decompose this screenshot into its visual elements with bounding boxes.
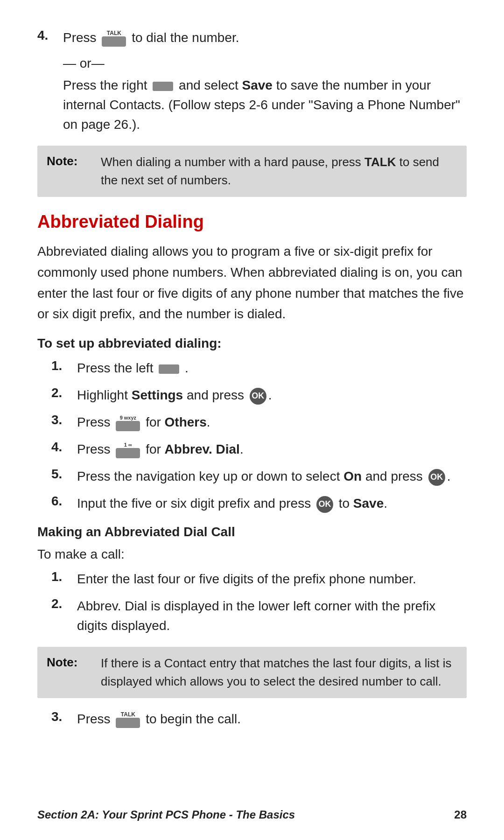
final-press: Press	[77, 712, 111, 726]
setup-step2-text: Highlight Settings and press OK.	[77, 385, 467, 405]
make-call-sub: To make a call:	[37, 547, 467, 562]
make-step1-text: Enter the last four or five digits of th…	[77, 569, 467, 589]
final-step3: 3. Press TALK to begin the call.	[51, 709, 467, 729]
or-line: — or—	[63, 56, 467, 71]
footer: Section 2A: Your Sprint PCS Phone - The …	[37, 808, 467, 821]
ok-button-1: OK	[250, 388, 266, 405]
settings-bold: Settings	[132, 388, 183, 402]
soft-button-left	[159, 364, 179, 374]
note1-text: When dialing a number with a hard pause,…	[101, 153, 457, 189]
step4-alt-and: and select	[179, 78, 242, 92]
setup-step3-text: Press 9 wxyz for Others.	[77, 413, 467, 432]
setup-step4: 4. Press 1 ∞ for Abbrev. Dial.	[51, 440, 467, 459]
step4-press: Press	[63, 30, 97, 45]
note1-label: Note:	[47, 154, 93, 168]
footer-page: 28	[454, 808, 467, 821]
step4-alt-text: Press the right and select Save to save …	[63, 76, 467, 134]
step4-alt-spacer	[37, 76, 63, 91]
soft-button-right	[153, 82, 173, 91]
setup-heading: To set up abbreviated dialing:	[37, 336, 467, 351]
ok-button-3: OK	[316, 496, 333, 513]
key-1-body	[116, 448, 140, 458]
page-content: 4. Press TALK to dial the number. — or— …	[0, 0, 504, 784]
footer-title: Section 2A: Your Sprint PCS Phone - The …	[37, 808, 295, 821]
talk-button-2: TALK	[116, 712, 140, 728]
note-box-1: Note: When dialing a number with a hard …	[37, 146, 467, 197]
setup-step4-text: Press 1 ∞ for Abbrev. Dial.	[77, 440, 467, 459]
setup-step3-num: 3.	[51, 413, 77, 427]
step4-alt-before: Press the right	[63, 78, 147, 92]
make-step2-num: 2.	[51, 596, 77, 611]
setup-step6: 6. Input the five or six digit prefix an…	[51, 494, 467, 513]
soft-body	[153, 82, 173, 91]
step4-number: 4.	[37, 28, 63, 43]
make-steps: 1. Enter the last four or five digits of…	[51, 569, 467, 636]
making-heading: Making an Abbreviated Dial Call	[37, 525, 467, 539]
step4-text: Press TALK to dial the number.	[63, 28, 467, 48]
talk-button-1: TALK	[102, 30, 126, 47]
setup-step2-num: 2.	[51, 385, 77, 400]
key-9wxyz-body	[116, 421, 140, 431]
key-1-label: 1 ∞	[124, 442, 132, 448]
setup-step4-num: 4.	[51, 440, 77, 455]
note2-label: Note:	[47, 655, 93, 670]
intro-paragraph: Abbreviated dialing allows you to progra…	[37, 241, 467, 325]
setup-step6-num: 6.	[51, 494, 77, 509]
setup-step3: 3. Press 9 wxyz for Others.	[51, 413, 467, 432]
make-step1-num: 1.	[51, 569, 77, 584]
section-heading: Abbreviated Dialing	[37, 212, 467, 232]
others-bold: Others	[165, 415, 207, 429]
note1-before: When dialing a number with a hard pause,…	[101, 155, 361, 169]
note1-bold: TALK	[364, 155, 396, 169]
key-1: 1 ∞	[116, 442, 140, 458]
top-step4: 4. Press TALK to dial the number. — or— …	[37, 28, 467, 134]
ok-button-2: OK	[428, 469, 445, 486]
key-9wxyz-label: 9 wxyz	[120, 415, 136, 420]
step4-item: 4. Press TALK to dial the number.	[37, 28, 467, 48]
talk-label-2: TALK	[121, 712, 135, 717]
make-step2-text: Abbrev. Dial is displayed in the lower l…	[77, 596, 467, 636]
talk-body-1	[102, 36, 126, 47]
setup-step5: 5. Press the navigation key up or down t…	[51, 467, 467, 486]
setup-steps: 1. Press the left . 2. Highlight Setting…	[51, 358, 467, 513]
step4-after: to dial the number.	[132, 30, 239, 45]
key-9wxyz: 9 wxyz	[116, 415, 140, 431]
note-box-2: Note: If there is a Contact entry that m…	[37, 647, 467, 698]
setup-step1: 1. Press the left .	[51, 358, 467, 378]
note2-text: If there is a Contact entry that matches…	[101, 654, 457, 691]
make-step2: 2. Abbrev. Dial is displayed in the lowe…	[51, 596, 467, 636]
setup-step5-num: 5.	[51, 467, 77, 482]
final-step3-num: 3.	[51, 709, 77, 724]
setup-step1-text: Press the left .	[77, 358, 467, 378]
talk-label-1: TALK	[107, 30, 121, 36]
save-bold: Save	[353, 496, 384, 511]
step4-save-bold: Save	[242, 78, 273, 92]
final-after: to begin the call.	[146, 712, 241, 726]
setup-step1-num: 1.	[51, 358, 77, 373]
final-step3-text: Press TALK to begin the call.	[77, 709, 467, 729]
abbrev-dial-bold: Abbrev. Dial	[165, 442, 240, 456]
setup-step2: 2. Highlight Settings and press OK.	[51, 385, 467, 405]
make-step1: 1. Enter the last four or five digits of…	[51, 569, 467, 589]
soft-left-body	[159, 364, 179, 374]
setup-step5-text: Press the navigation key up or down to s…	[77, 467, 467, 486]
talk-body-2	[116, 718, 140, 728]
step4-alt: Press the right and select Save to save …	[37, 76, 467, 134]
on-bold: On	[343, 469, 362, 483]
setup-step6-text: Input the five or six digit prefix and p…	[77, 494, 467, 513]
